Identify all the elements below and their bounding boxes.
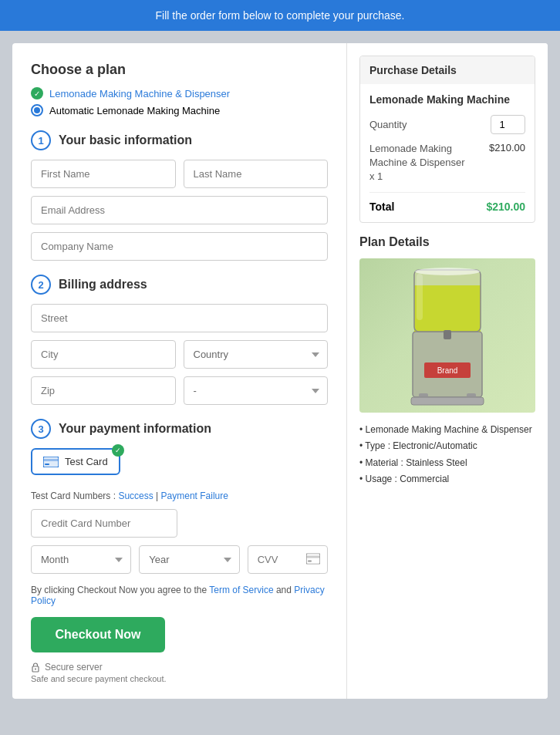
- step1-circle: 1: [31, 130, 51, 150]
- svg-rect-4: [306, 553, 320, 564]
- svg-rect-20: [417, 274, 423, 320]
- state-select[interactable]: -: [184, 376, 329, 405]
- city-input[interactable]: [31, 340, 176, 369]
- quantity-input[interactable]: [491, 115, 525, 134]
- street-input[interactable]: [31, 304, 328, 332]
- email-input[interactable]: [31, 196, 328, 224]
- svg-point-16: [415, 268, 480, 275]
- lock-icon: [31, 662, 40, 673]
- feature-3: Usage : Commercial: [359, 471, 535, 488]
- left-panel: Choose a plan ✓ Lemonade Making Machine …: [12, 43, 347, 699]
- month-select[interactable]: Month: [31, 545, 131, 574]
- choose-plan-title: Choose a plan: [31, 62, 328, 78]
- success-link[interactable]: Success: [118, 491, 153, 501]
- cvv-icon: [306, 553, 320, 566]
- email-row: [31, 196, 328, 224]
- plan1-check-icon: ✓: [31, 87, 43, 99]
- cc-number-row: [31, 509, 328, 538]
- terms-text: By clicking Checkout Now you agree to th…: [31, 585, 328, 606]
- plan-option-1[interactable]: ✓ Lemonade Making Machine & Dispenser: [31, 87, 328, 99]
- feature-2: Material : Stainless Steel: [359, 455, 535, 472]
- failure-link[interactable]: Payment Failure: [161, 491, 228, 501]
- street-row: [31, 304, 328, 332]
- svg-rect-17: [444, 330, 451, 339]
- product-features: Lemonade Making Machine & Dispenser Type…: [359, 422, 535, 488]
- page-wrapper: Fill the order form below to complete yo…: [0, 0, 560, 711]
- secure-label: Secure server: [45, 662, 103, 673]
- zip-state-row: -: [31, 376, 328, 405]
- city-country-row: Country: [31, 340, 328, 369]
- last-name-input[interactable]: [184, 160, 329, 188]
- svg-rect-6: [308, 560, 312, 561]
- svg-rect-3: [45, 464, 49, 465]
- plan1-label: Lemonade Making Machine & Dispenser: [49, 88, 230, 99]
- banner-text: Fill the order form below to complete yo…: [156, 9, 405, 22]
- card-icon: [43, 457, 59, 467]
- first-name-input[interactable]: [31, 160, 176, 188]
- test-card-check: ✓: [112, 444, 124, 457]
- svg-text:Brand: Brand: [437, 366, 458, 375]
- name-row: [31, 160, 328, 188]
- svg-rect-12: [411, 397, 484, 405]
- test-card-wrapper: Test Card ✓: [31, 448, 328, 483]
- plan-details-title: Plan Details: [359, 235, 535, 249]
- top-banner: Fill the order form below to complete yo…: [0, 0, 560, 31]
- secure-server: Secure server: [31, 662, 328, 673]
- price-description: Lemonade Making Machine & Dispenser x 1: [369, 142, 470, 184]
- step2-circle: 2: [31, 275, 51, 295]
- test-card-numbers: Test Card Numbers : Success | Payment Fa…: [31, 491, 328, 501]
- purchase-details-box: Purchase Details Lemonade Making Machine…: [359, 56, 535, 223]
- step3-circle: 3: [31, 419, 51, 439]
- step2-header: 2 Billing address: [31, 275, 328, 295]
- total-amount: $210.00: [486, 201, 525, 213]
- purchase-details-header: Purchase Details: [360, 56, 535, 84]
- right-panel: Purchase Details Lemonade Making Machine…: [347, 43, 548, 699]
- cc-number-input[interactable]: [31, 509, 177, 538]
- safe-text: Safe and secure payment checkout.: [31, 674, 328, 683]
- total-label: Total: [369, 201, 394, 213]
- main-container: Choose a plan ✓ Lemonade Making Machine …: [12, 43, 548, 699]
- quantity-label: Quantity: [369, 119, 407, 130]
- step1-title: Your basic information: [59, 133, 192, 147]
- plan2-radio: [31, 104, 43, 116]
- total-row: Total $210.00: [369, 201, 525, 213]
- step1-header: 1 Your basic information: [31, 130, 328, 150]
- checkout-button[interactable]: Checkout Now: [31, 617, 165, 652]
- price-row: Lemonade Making Machine & Dispenser x 1 …: [369, 142, 525, 193]
- year-select[interactable]: Year: [139, 545, 239, 574]
- company-input[interactable]: [31, 232, 328, 261]
- ccv-row: Month Year: [31, 545, 328, 574]
- terms-link[interactable]: Term of Service: [209, 585, 273, 595]
- step3-header: 3 Your payment information: [31, 419, 328, 439]
- quantity-row: Quantity: [369, 115, 525, 134]
- product-image: Brand: [359, 258, 535, 413]
- svg-rect-0: [43, 457, 59, 467]
- plan2-label: Automatic Lemonade Making Machine: [49, 105, 220, 116]
- svg-rect-2: [43, 459, 59, 461]
- svg-rect-14: [414, 285, 481, 332]
- test-card-label: Test Card: [65, 456, 108, 467]
- svg-rect-5: [306, 555, 320, 558]
- cvv-wrapper: [248, 545, 328, 574]
- feature-0: Lemonade Making Machine & Dispenser: [359, 422, 535, 439]
- step3-title: Your payment information: [59, 422, 211, 436]
- svg-point-8: [35, 669, 36, 670]
- country-select[interactable]: Country: [184, 340, 329, 369]
- test-card-button[interactable]: Test Card ✓: [31, 448, 120, 475]
- plan-option-2[interactable]: Automatic Lemonade Making Machine: [31, 104, 328, 116]
- step2-title: Billing address: [59, 278, 147, 292]
- zip-input[interactable]: [31, 376, 176, 405]
- purchase-product-name: Lemonade Making Machine: [369, 93, 525, 106]
- price-amount: $210.00: [489, 142, 525, 184]
- company-row: [31, 232, 328, 261]
- feature-1: Type : Electronic/Automatic: [359, 438, 535, 455]
